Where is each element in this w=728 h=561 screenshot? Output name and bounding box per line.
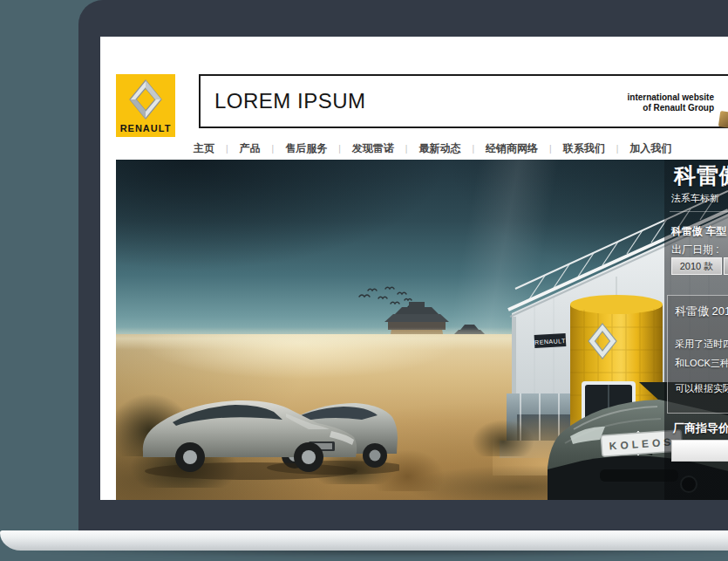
laptop-mockup: RENAULT LOREM IPSUM international websit… bbox=[0, 0, 728, 561]
renault-diamond-icon bbox=[129, 79, 162, 120]
nav-separator: | bbox=[549, 144, 552, 154]
nav-separator: | bbox=[616, 144, 619, 154]
nav-item-products[interactable]: 产品 bbox=[240, 141, 261, 156]
nav-item-home[interactable]: 主页 bbox=[194, 141, 214, 156]
nav-separator: | bbox=[272, 144, 275, 154]
panel-line: 采用了适时四 bbox=[675, 338, 728, 351]
panel-title: 科雷傲 2010 bbox=[675, 304, 728, 319]
intl-line1: international website bbox=[601, 92, 714, 103]
desert-bush bbox=[472, 420, 534, 456]
panel-line: 和LOCK三种 bbox=[675, 357, 728, 370]
nav-item-join-us[interactable]: 加入我们 bbox=[629, 141, 671, 156]
partial-flag-icon bbox=[718, 111, 728, 128]
model-section-title: 科雷傲 车型 bbox=[671, 224, 726, 239]
model-subtitle: 法系车标新 bbox=[671, 192, 719, 205]
sidebar-divider bbox=[670, 211, 728, 212]
model-title: 科雷傲 bbox=[674, 161, 728, 190]
date-label: 出厂日期 : bbox=[671, 243, 719, 257]
nav-separator: | bbox=[405, 144, 408, 154]
year-select[interactable]: 2010 款 bbox=[671, 257, 722, 275]
price-label: 厂商指导价 bbox=[673, 421, 728, 436]
nav-separator: | bbox=[226, 144, 228, 154]
nav-item-dealer-network[interactable]: 经销商网络 bbox=[486, 141, 538, 156]
laguna-cars-illustration bbox=[138, 372, 399, 483]
year-select-arrow[interactable]: ▼ bbox=[724, 257, 728, 275]
website-screen: RENAULT LOREM IPSUM international websit… bbox=[100, 37, 728, 500]
site-title: LOREM IPSUM bbox=[214, 76, 366, 127]
laptop-base bbox=[0, 530, 728, 551]
nav-separator: | bbox=[472, 144, 474, 154]
brand-label: RENAULT bbox=[120, 123, 172, 133]
hero-banner: RENAULT RENAULT bbox=[116, 160, 728, 500]
nav-item-discover-renault[interactable]: 发现雷诺 bbox=[352, 141, 394, 156]
nav-item-contact-us[interactable]: 联系我们 bbox=[563, 141, 605, 156]
year-select-value: 2010 款 bbox=[680, 260, 714, 273]
hero-sidebar: 科雷傲 法系车标新 科雷傲 车型 出厂日期 : 2010 款 ▼ 科雷傲 201… bbox=[664, 160, 728, 500]
main-nav: 主页 | 产品 | 售后服务 | 发现雷诺 | 最新动态 | 经销商网络 | 联… bbox=[194, 137, 728, 161]
panel-line: 可以根据实际 bbox=[675, 382, 728, 395]
renault-logo[interactable]: RENAULT bbox=[116, 74, 175, 137]
model-info-panel: 科雷傲 2010 采用了适时四 和LOCK三种 可以根据实际 bbox=[667, 295, 728, 414]
nav-separator: | bbox=[338, 144, 341, 154]
details-button[interactable]: 进入 bbox=[671, 440, 728, 462]
nav-item-after-sales[interactable]: 售后服务 bbox=[285, 141, 327, 156]
international-website-link[interactable]: international website of Renault Group bbox=[601, 92, 714, 113]
intl-line2: of Renault Group bbox=[601, 103, 714, 113]
nav-item-news[interactable]: 最新动态 bbox=[418, 141, 460, 156]
